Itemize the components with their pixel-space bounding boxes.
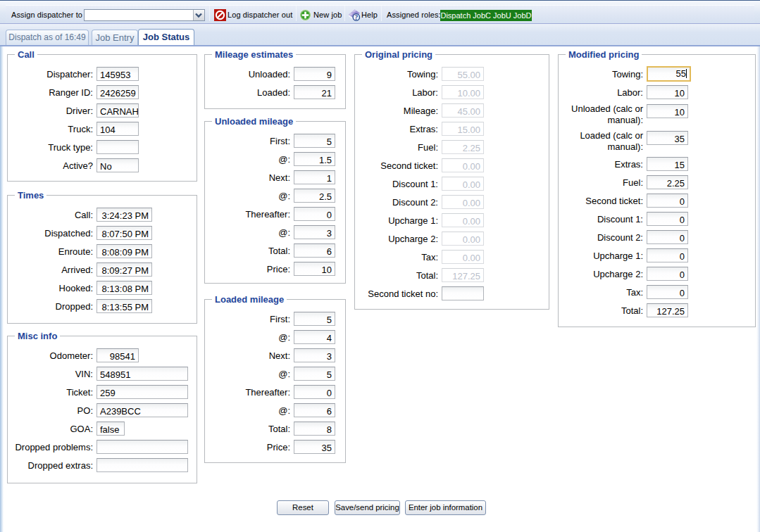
svg-text:?: ? [354, 14, 358, 21]
